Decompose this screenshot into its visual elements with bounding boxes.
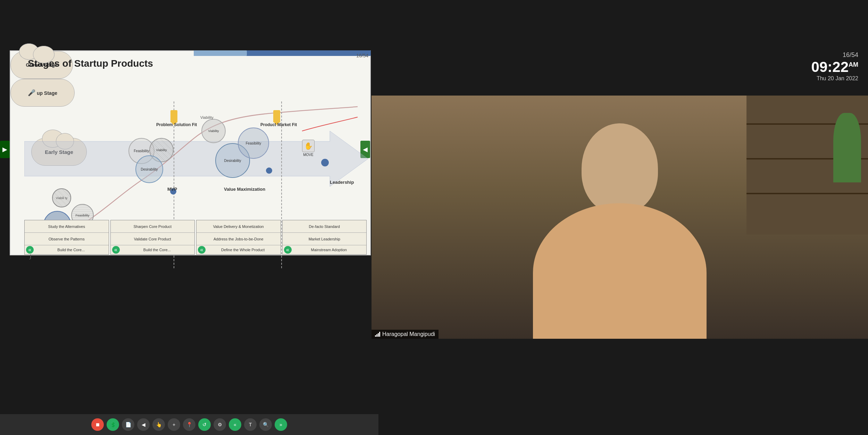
pmf-viability-circle: Viability xyxy=(201,119,226,143)
leadership-label: Leadership xyxy=(330,180,354,185)
share-button[interactable]: 💲 xyxy=(107,418,119,431)
psf-label: Problem Solution Fit xyxy=(156,122,197,127)
psf-desirability-circle: Desirability xyxy=(135,155,163,183)
box-row-2-1: Sharpen Core Product xyxy=(111,220,195,233)
box-row-4-1: De-facto Standard xyxy=(283,220,367,233)
time-ampm: AM xyxy=(849,61,858,68)
location-button[interactable]: 📍 xyxy=(183,418,195,431)
add-button[interactable]: + xyxy=(168,418,180,431)
stop-button[interactable]: ⏹ xyxy=(91,418,104,431)
expand-btn-1[interactable]: « xyxy=(26,246,34,254)
box-row-1-2: Observe the Patterns xyxy=(25,233,109,245)
pointer-button[interactable]: 👆 xyxy=(152,418,165,431)
reload-button[interactable]: ↺ xyxy=(198,418,211,431)
box-row-3-1: Value Delivery & Monetization xyxy=(197,220,281,233)
toolbar: ⏹ 💲 📄 ◀ 👆 + 📍 ↺ ⚙ « T 🔍 » xyxy=(0,414,378,435)
settings-button[interactable]: ⚙ xyxy=(214,418,226,431)
bottom-boxes-container: Study the Alternatives Observe the Patte… xyxy=(24,220,367,255)
signal-bars-icon xyxy=(375,332,380,337)
box-row-4-3-container: « Mainstream Adoption xyxy=(283,245,367,254)
slide-counter: 16/54 xyxy=(789,51,858,59)
value-max-label: Value Maximization xyxy=(224,187,265,192)
doc-button[interactable]: 📄 xyxy=(122,418,134,431)
move-cursor-area: ✋ MOVE xyxy=(302,140,315,157)
curve-dot-leadership xyxy=(321,159,329,166)
text-button[interactable]: T xyxy=(244,418,257,431)
pmf-feasibility-circle: Feasibility xyxy=(238,128,269,159)
plant-decoration xyxy=(833,113,861,182)
next-slide-button[interactable]: » xyxy=(275,418,287,431)
box-row-4-3: Mainstream Adoption xyxy=(293,247,365,253)
box-row-2-3-container: « Build the Core... xyxy=(111,245,195,254)
clock-display: 09:22AM xyxy=(789,59,858,75)
time-hours: 09 xyxy=(811,59,828,75)
expand-btn-2[interactable]: « xyxy=(112,246,120,254)
slide-container: 16/54 Stages of Startup Products Early S… xyxy=(10,50,371,255)
yellow-marker-pmf xyxy=(273,110,280,122)
person-head xyxy=(582,123,658,214)
leadership-stage-cloud: 🎤 up Stage xyxy=(10,79,75,107)
slide-info-panel: 16/54 09:22AM Thu 20 Jan 2022 xyxy=(789,51,858,82)
expand-btn-3[interactable]: « xyxy=(198,246,206,254)
slide-page-number: 16/54 xyxy=(356,53,368,58)
box-row-1-3: Build the Core... xyxy=(35,247,107,253)
box-row-3-2: Address the Jobs-to-be-Done xyxy=(197,233,281,245)
webcam-name-badge: Haragopal Mangipudi xyxy=(372,330,439,339)
box-section-2: Sharpen Core Product Validate Core Produ… xyxy=(110,220,195,255)
back-button[interactable]: ◀ xyxy=(137,418,150,431)
date-display: Thu 20 Jan 2022 xyxy=(789,75,858,82)
box-section-3: Value Delivery & Monetization Address th… xyxy=(196,220,281,255)
box-section-1: Study the Alternatives Observe the Patte… xyxy=(24,220,109,255)
yellow-marker-psf xyxy=(170,110,177,122)
box-section-4: De-facto Standard Market Leadership « Ma… xyxy=(282,220,367,255)
webcam-username: Haragopal Mangipudi xyxy=(382,331,435,337)
viability-label-pmf: Viability xyxy=(200,115,214,120)
box-row-3-3: Define the Whole Product xyxy=(207,247,279,253)
box-row-1-1: Study the Alternatives xyxy=(25,220,109,233)
box-row-4-2: Market Leadership xyxy=(283,233,367,245)
box-row-3-3-container: « Define the Whole Product xyxy=(197,245,281,254)
expand-btn-4[interactable]: « xyxy=(284,246,292,254)
pmf-label: Product Market Fit xyxy=(260,122,297,127)
box-row-1-3-container: « Build the Core... xyxy=(25,245,109,254)
prev-slide-button[interactable]: « xyxy=(229,418,241,431)
mvp-label: MVP xyxy=(167,187,177,192)
person-body xyxy=(533,203,707,339)
slide-prev-button[interactable]: ▶ xyxy=(0,141,10,158)
es-viability-circle: Viabili ty xyxy=(52,188,71,207)
box-row-2-2: Validate Core Product xyxy=(111,233,195,245)
zoom-out-button[interactable]: 🔍 xyxy=(259,418,272,431)
webcam-panel: Haragopal Mangipudi xyxy=(372,96,868,339)
time-minutes: 22 xyxy=(832,59,849,75)
webcam-video xyxy=(372,96,868,339)
progress-bar xyxy=(194,50,371,56)
box-row-2-3: Build the Core... xyxy=(121,247,193,253)
curve-dot-pmf xyxy=(266,167,272,174)
